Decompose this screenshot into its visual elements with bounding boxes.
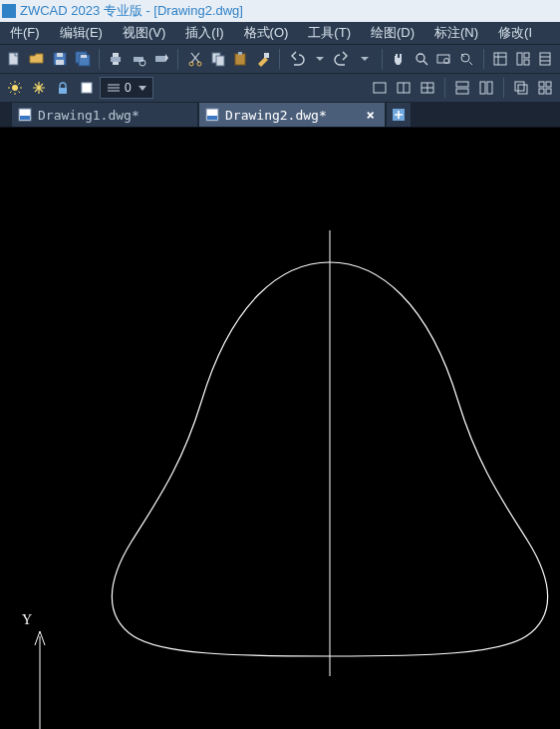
svg-rect-26: [524, 53, 529, 58]
svg-rect-27: [524, 60, 529, 65]
svg-rect-2: [57, 53, 63, 57]
close-icon[interactable]: ×: [357, 107, 375, 123]
layer-lock-icon[interactable]: [52, 77, 74, 99]
axis-y-label: Y: [22, 612, 32, 627]
menu-modify[interactable]: 修改(I: [488, 22, 542, 44]
lineweight-dropdown[interactable]: 0: [100, 77, 153, 99]
svg-rect-31: [82, 83, 92, 93]
pan-button[interactable]: [388, 48, 409, 70]
menu-edit-label: 编辑(E): [60, 24, 103, 42]
print-preview-button[interactable]: [129, 48, 149, 70]
svg-rect-40: [518, 85, 527, 94]
toolbar-properties: 0: [0, 74, 560, 103]
drawing-canvas[interactable]: Y: [0, 128, 560, 729]
dwg-icon: [205, 108, 221, 122]
window-cascade-button[interactable]: [510, 77, 532, 99]
undo-dropdown[interactable]: [309, 48, 330, 70]
svg-rect-35: [456, 82, 468, 87]
menu-dim-label: 标注(N): [434, 24, 478, 42]
svg-rect-39: [515, 82, 524, 91]
svg-rect-25: [517, 53, 522, 65]
svg-rect-42: [546, 82, 551, 87]
svg-rect-18: [238, 52, 242, 55]
menu-dim[interactable]: 标注(N): [424, 22, 488, 44]
toolbar-separator: [503, 78, 504, 98]
tab-drawing2[interactable]: Drawing2.dwg* ×: [199, 103, 385, 127]
zoom-realtime-button[interactable]: [411, 48, 431, 70]
menu-edit[interactable]: 编辑(E): [50, 22, 113, 44]
toolbar-separator: [382, 49, 383, 69]
svg-rect-0: [9, 53, 18, 65]
copy-button[interactable]: [207, 48, 228, 70]
svg-rect-46: [20, 116, 30, 120]
menu-draw-label: 绘图(D): [371, 24, 415, 42]
redo-button[interactable]: [332, 48, 353, 70]
svg-rect-37: [480, 82, 485, 94]
svg-rect-12: [155, 56, 165, 62]
svg-rect-6: [81, 55, 87, 58]
svg-rect-10: [134, 57, 143, 62]
lineweight-value: 0: [125, 81, 132, 95]
svg-rect-19: [264, 53, 269, 58]
viewport-single-button[interactable]: [369, 77, 391, 99]
layer-light-icon[interactable]: [4, 77, 26, 99]
redo-dropdown[interactable]: [355, 48, 376, 70]
layer-color-icon[interactable]: [76, 77, 98, 99]
matchprop-button[interactable]: [253, 48, 274, 70]
svg-rect-9: [113, 62, 119, 65]
design-center-button[interactable]: [512, 48, 533, 70]
properties-button[interactable]: [490, 48, 511, 70]
toolbar-separator: [279, 49, 280, 69]
tab-spacer: [4, 103, 10, 127]
svg-rect-43: [539, 89, 544, 94]
svg-rect-28: [540, 53, 550, 65]
title-bar: ZWCAD 2023 专业版 - [Drawing2.dwg]: [0, 0, 560, 22]
svg-rect-38: [487, 82, 492, 94]
menu-tools[interactable]: 工具(T): [298, 22, 361, 44]
menu-format-label: 格式(O): [244, 24, 289, 42]
toolbar-separator: [177, 49, 178, 69]
axis-y-arrow: [35, 631, 45, 729]
menu-insert[interactable]: 插入(I): [175, 22, 233, 44]
open-button[interactable]: [27, 48, 48, 70]
dwg-icon: [18, 108, 34, 122]
drawing-svg: Y: [0, 128, 560, 729]
save-button[interactable]: [50, 48, 71, 70]
cut-button[interactable]: [184, 48, 205, 70]
new-tab-button[interactable]: [387, 103, 411, 127]
saveall-button[interactable]: [72, 48, 93, 70]
svg-rect-16: [216, 56, 224, 66]
menu-file-label: 件(F): [10, 24, 40, 42]
menu-format[interactable]: 格式(O): [234, 22, 299, 44]
print-button[interactable]: [106, 48, 127, 70]
menu-file[interactable]: 件(F): [0, 22, 50, 44]
layer-freeze-icon[interactable]: [28, 77, 50, 99]
line-icon: [107, 82, 121, 94]
menu-modify-label: 修改(I: [498, 24, 532, 42]
window-tile-v-button[interactable]: [475, 77, 497, 99]
svg-rect-3: [56, 60, 64, 65]
paste-button[interactable]: [230, 48, 251, 70]
tab-drawing1[interactable]: Drawing1.dwg*: [12, 103, 197, 127]
publish-button[interactable]: [151, 48, 172, 70]
toolbar-standard: [0, 45, 560, 74]
menu-view[interactable]: 视图(V): [113, 22, 175, 44]
svg-rect-24: [494, 53, 506, 65]
toolbar-separator: [99, 49, 100, 69]
viewport-four-button[interactable]: [417, 77, 438, 99]
menu-draw[interactable]: 绘图(D): [361, 22, 424, 44]
menu-view-label: 视图(V): [123, 24, 165, 42]
window-tile-h-button[interactable]: [451, 77, 473, 99]
svg-rect-48: [207, 116, 217, 120]
zoom-window-button[interactable]: [433, 48, 454, 70]
tool-palettes-button[interactable]: [535, 48, 556, 70]
menu-insert-label: 插入(I): [185, 24, 223, 42]
window-arrange-button[interactable]: [534, 77, 556, 99]
toolbar-separator: [483, 49, 484, 69]
viewport-split-button[interactable]: [393, 77, 415, 99]
undo-button[interactable]: [286, 48, 307, 70]
tab-drawing1-label: Drawing1.dwg*: [38, 108, 140, 123]
zoom-previous-button[interactable]: [456, 48, 477, 70]
chevron-down-icon: [139, 86, 146, 91]
new-button[interactable]: [4, 48, 25, 70]
